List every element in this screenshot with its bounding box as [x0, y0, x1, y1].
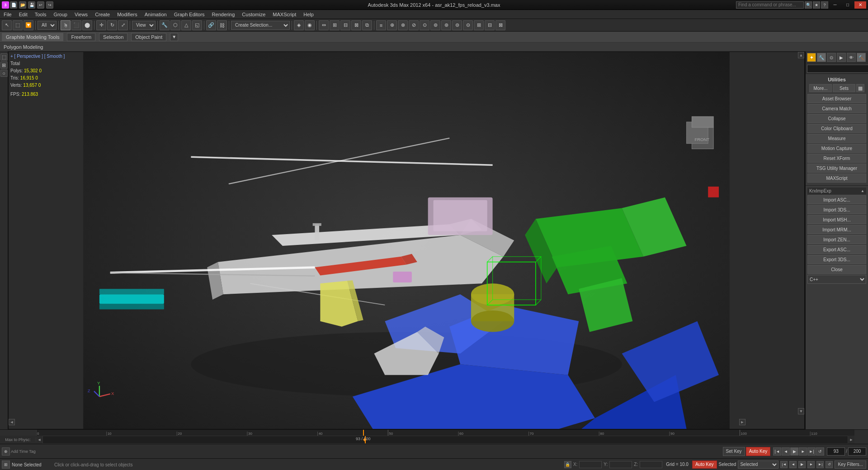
menu-file[interactable]: File [0, 11, 15, 18]
status-layer-icon[interactable]: ⊞ [2, 461, 10, 469]
menu-modifiers[interactable]: Modifiers [113, 11, 141, 18]
layer2-icon[interactable]: ⊕ [387, 20, 397, 30]
help-icon[interactable]: ? [821, 1, 828, 9]
vp-scroll-down[interactable]: ▼ [798, 408, 804, 414]
link-icon[interactable]: 🔗 [206, 20, 216, 30]
freeform-tab[interactable]: Freeform [67, 33, 95, 41]
tb-redo-icon[interactable]: ↪ [46, 1, 53, 9]
tb-undo-icon[interactable]: ↩ [37, 1, 44, 9]
status-prev-btn[interactable]: ◄ [789, 461, 797, 468]
menu-group[interactable]: Group [50, 11, 71, 18]
layer3-icon[interactable]: ⊗ [398, 20, 408, 30]
vp-scroll-left[interactable]: ◄ [9, 419, 15, 425]
frame-input[interactable] [827, 447, 845, 456]
menu-animation[interactable]: Animation [141, 11, 170, 18]
vp-scroll-up[interactable]: ▲ [798, 52, 804, 58]
util-asset-browser[interactable]: Asset Browser [807, 94, 866, 103]
vp-scroll-right[interactable]: ► [739, 419, 745, 425]
mirror-icon[interactable]: ⇔ [319, 20, 329, 30]
menu-graph-editors[interactable]: Graph Editors [170, 11, 208, 18]
menu-views[interactable]: Views [71, 11, 91, 18]
util-motion-capture[interactable]: Motion Capture [807, 144, 866, 153]
selected-dropdown[interactable]: Selected [738, 461, 778, 469]
rotate-icon[interactable]: ↻ [107, 20, 117, 30]
named-sel-icon[interactable]: ◈ [294, 20, 304, 30]
maximize-button[interactable]: □ [842, 1, 854, 9]
x-coord-input[interactable] [579, 461, 602, 468]
snap2-icon[interactable]: ⬡ [170, 20, 180, 30]
menu-create[interactable]: Create [91, 11, 113, 18]
more-button[interactable]: More... [809, 84, 832, 92]
layer10-icon[interactable]: ⊞ [474, 20, 484, 30]
loop-btn[interactable]: ↺ [816, 447, 824, 456]
layer9-icon[interactable]: ⊝ [463, 20, 473, 30]
util-maxscript[interactable]: MAXScript [807, 174, 866, 183]
align-icon[interactable]: ⊞ [330, 20, 340, 30]
import-mrm-button[interactable]: Import MRM... [807, 225, 866, 234]
layer4-icon[interactable]: ⊘ [409, 20, 419, 30]
graphite-modeling-tab[interactable]: Graphite Modeling Tools [2, 33, 63, 41]
krximp-header[interactable]: KrxImpExp ▲ [807, 188, 866, 194]
menu-edit[interactable]: Edit [15, 11, 31, 18]
util-measure[interactable]: Measure [807, 134, 866, 143]
go-start-btn[interactable]: |◄ [773, 447, 781, 456]
snap-icon[interactable]: 🔧 [160, 20, 170, 30]
menu-help[interactable]: Help [300, 11, 317, 18]
layer8-icon[interactable]: ⊜ [452, 20, 462, 30]
panel-hierarchy-icon[interactable]: ⊙ [827, 53, 836, 62]
import-zen-button[interactable]: Import ZEN... [807, 235, 866, 244]
add-time-icon[interactable]: ⊕ [2, 447, 10, 456]
menu-customize[interactable]: Customize [238, 11, 269, 18]
create-selection-dropdown[interactable]: Create Selection... [231, 21, 290, 30]
util-reset-xform[interactable]: Reset XForm [807, 154, 866, 163]
filter-dropdown[interactable]: All [38, 21, 57, 30]
menu-rendering[interactable]: Rendering [208, 11, 239, 18]
tb-save-icon[interactable]: 💾 [28, 1, 35, 9]
sets-options-icon[interactable]: ▦ [856, 84, 864, 92]
move-icon[interactable]: ✛ [96, 20, 106, 30]
layer6-icon[interactable]: ⊚ [430, 20, 440, 30]
select-region-icon[interactable]: ⬚ [13, 20, 23, 30]
key-filters-button[interactable]: Key Filters... [835, 461, 866, 469]
sets-button[interactable]: Sets [833, 84, 855, 92]
star-icon[interactable]: ★ [813, 1, 820, 9]
snap3-icon[interactable]: △ [181, 20, 191, 30]
util-tsg-utility[interactable]: TSG Utility Manager [807, 164, 866, 173]
object-paint-tab[interactable]: Object Paint [131, 33, 166, 41]
select-filter-icon[interactable]: 🔽 [24, 20, 33, 30]
import-3ds-button[interactable]: Import 3DS... [807, 205, 866, 214]
panel-display-icon[interactable]: 👁 [847, 53, 856, 62]
panel-utilities-icon[interactable]: 🔨 [857, 53, 866, 62]
layer5-icon[interactable]: ⊙ [420, 20, 429, 30]
tl-scroll-left-btn[interactable]: ◄ [36, 437, 42, 442]
timeline-track[interactable]: 93 / 200 [42, 436, 848, 444]
search-icon[interactable]: 🔍 [805, 1, 812, 9]
set-key-button[interactable]: Set Key [723, 447, 745, 456]
layer12-icon[interactable]: ⊠ [495, 20, 505, 30]
language-dropdown[interactable]: C++ Python Delphi [807, 275, 866, 284]
status-play-btn[interactable]: ▶ [798, 461, 806, 468]
panel-search-input[interactable] [807, 65, 868, 73]
status-next-btn[interactable]: ► [807, 461, 815, 468]
menu-maxscript[interactable]: MAXScript [269, 11, 300, 18]
view-dropdown[interactable]: View [132, 21, 156, 30]
rect-region-icon[interactable]: ⬛ [71, 20, 81, 30]
selection-tab[interactable]: Selection [99, 33, 127, 41]
y-coord-input[interactable] [609, 461, 632, 468]
go-end-btn[interactable]: ►| [807, 447, 816, 456]
layer-icon[interactable]: ≡ [376, 20, 386, 30]
menu-tools[interactable]: Tools [31, 11, 50, 18]
util-camera-match[interactable]: Camera Match [807, 104, 866, 113]
panel-modify-icon[interactable]: 🔧 [817, 53, 826, 62]
array-icon[interactable]: ⊟ [340, 20, 350, 30]
select-mode-icon[interactable]: 🖱 [61, 20, 71, 30]
play-btn[interactable]: ▶ [790, 447, 798, 456]
clone-icon[interactable]: ⧉ [362, 20, 372, 30]
close-button-krx[interactable]: Close [807, 265, 866, 274]
tb-open-icon[interactable]: 📂 [19, 1, 26, 9]
next-frame-btn[interactable]: ► [799, 447, 807, 456]
status-end-btn[interactable]: ►| [816, 461, 824, 468]
layer11-icon[interactable]: ⊟ [485, 20, 495, 30]
panel-create-icon[interactable]: ✦ [807, 53, 816, 62]
autokey-button[interactable]: Auto Key [746, 447, 771, 456]
